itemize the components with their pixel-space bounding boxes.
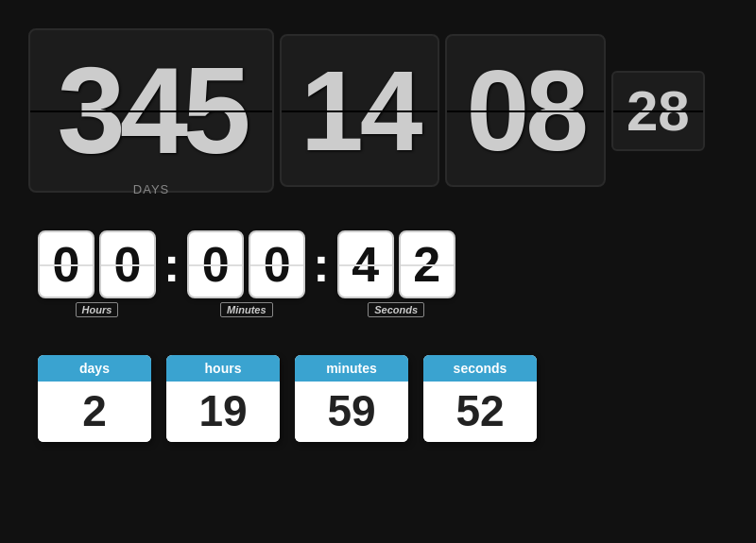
flip-extra-group: 28 [611, 71, 705, 151]
flip-days-value: 345 [58, 40, 246, 181]
flip-minutes-group: 08 [445, 34, 605, 187]
cal-value-days: 2 [38, 382, 151, 442]
clock-minutes-tile-1: 0 [187, 230, 244, 298]
clock-colon-1: : [163, 236, 180, 293]
cal-header-seconds: seconds [423, 355, 537, 382]
cal-header-days: days [38, 355, 151, 382]
clock-section: 0 0 Hours : 0 0 Minutes : 4 2 [38, 230, 455, 317]
flip-days-label: DAYS [133, 182, 169, 196]
clock-hours-d2: 0 [114, 236, 142, 293]
flip-days-tile: 345 [28, 28, 274, 193]
clock-minutes-d2: 0 [264, 236, 291, 293]
clock-seconds-tile-1: 4 [337, 230, 394, 298]
flip-extra-tile: 28 [611, 71, 705, 151]
flip-hours-value: 14 [301, 45, 419, 176]
clock-colon-2: : [313, 236, 329, 293]
clock-minutes-label: Minutes [220, 302, 273, 317]
cal-value-seconds: 52 [423, 382, 537, 442]
clock-seconds-d2: 2 [413, 236, 440, 293]
cal-header-hours: hours [166, 355, 280, 382]
clock-hours-tile-1: 0 [38, 230, 94, 298]
cal-header-minutes: minutes [295, 355, 408, 382]
calendar-tile-days: days 2 [38, 355, 151, 442]
clock-seconds-label: Seconds [368, 302, 424, 317]
clock-minutes-group: 0 0 Minutes [187, 230, 305, 317]
cal-value-hours: 19 [166, 382, 280, 442]
flip-hours-tile: 14 [280, 34, 439, 187]
clock-seconds-group: 4 2 Seconds [337, 230, 455, 317]
clock-minutes-d1: 0 [202, 236, 230, 293]
calendar-tile-minutes: minutes 59 [295, 355, 408, 442]
calendar-tile-hours: hours 19 [166, 355, 280, 442]
flip-minutes-value: 08 [466, 45, 584, 176]
clock-hours-d1: 0 [53, 236, 80, 293]
cal-value-minutes: 59 [295, 382, 408, 442]
flip-counter-section: 345 DAYS 14 08 28 [28, 28, 705, 193]
flip-hours-group: 14 [280, 34, 439, 187]
clock-seconds-tile-2: 2 [399, 230, 455, 298]
clock-hours-tile-2: 0 [99, 230, 156, 298]
clock-hours-group: 0 0 Hours [38, 230, 156, 317]
calendar-section: days 2 hours 19 minutes 59 seconds 52 [38, 355, 537, 442]
clock-hours-label: Hours [76, 302, 119, 317]
calendar-tile-seconds: seconds 52 [423, 355, 537, 442]
flip-extra-value: 28 [627, 79, 690, 143]
flip-days-group: 345 DAYS [28, 28, 274, 193]
flip-minutes-tile: 08 [445, 34, 605, 187]
clock-minutes-tile-2: 0 [249, 230, 305, 298]
clock-seconds-d1: 4 [352, 236, 379, 293]
